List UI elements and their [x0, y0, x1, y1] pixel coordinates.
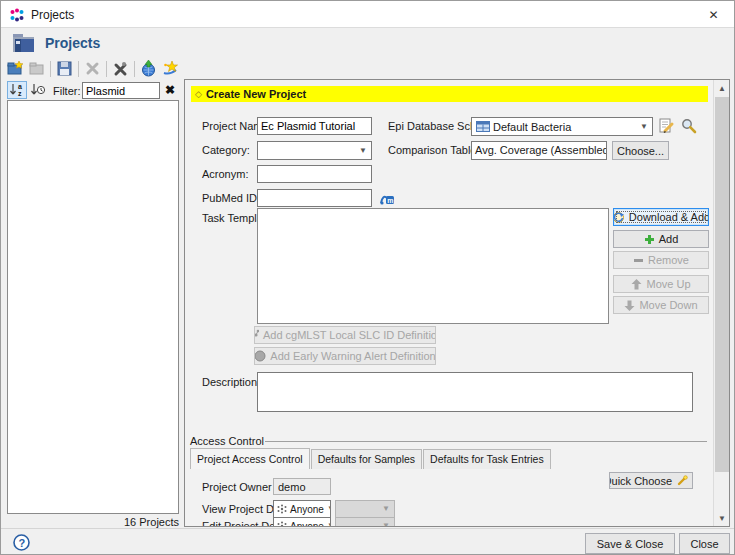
sort-alpha-icon: a z: [9, 83, 25, 97]
choose-fields-button[interactable]: Choose...: [612, 141, 669, 160]
save-close-button[interactable]: Save & Close: [585, 533, 675, 554]
svg-text:a: a: [18, 83, 22, 90]
epi-scheme-value: Default Bacteria: [493, 121, 571, 133]
svg-text:m: m: [387, 197, 393, 204]
edit-definition-secondary-select[interactable]: ▼: [335, 517, 395, 527]
tab-defaults-for-task-entries[interactable]: Defaults for Task Entries: [423, 449, 551, 469]
people-icon: [277, 504, 287, 514]
scroll-up-icon[interactable]: ▲: [714, 80, 730, 96]
project-owner-value: demo: [273, 478, 331, 495]
scroll-down-icon[interactable]: ▼: [714, 510, 730, 526]
svg-text:?: ?: [19, 537, 26, 549]
filter-label: Filter:: [53, 85, 81, 97]
import-button[interactable]: [140, 60, 157, 77]
cluster-icon: [254, 329, 259, 341]
chevron-down-icon: ▼: [692, 477, 693, 484]
view-definition-secondary-select[interactable]: ▼: [335, 500, 395, 518]
view-definition-select[interactable]: Anyone ▼: [273, 500, 331, 518]
filter-input[interactable]: [82, 82, 160, 99]
svg-text:z: z: [18, 90, 22, 97]
chevron-down-icon: ▼: [327, 505, 331, 513]
pubmed-label: PubMed ID:: [202, 192, 260, 204]
category-label: Category:: [202, 144, 250, 156]
chevron-down-icon: ▼: [327, 522, 331, 527]
description-label: Description:: [202, 376, 260, 388]
new-project-button[interactable]: [7, 60, 24, 77]
diamond-icon: ◇: [195, 89, 202, 99]
clear-filter-icon[interactable]: ✖: [165, 83, 175, 97]
projects-count: 16 Projects: [7, 516, 179, 528]
project-owner-label: Project Owner :: [202, 481, 278, 493]
remove-button[interactable]: Remove: [613, 251, 709, 269]
save-button[interactable]: [56, 60, 73, 77]
page-title: Projects: [45, 35, 100, 51]
scheme-grid-icon: [476, 121, 490, 132]
move-down-button[interactable]: Move Down: [613, 296, 709, 314]
sort-time-toggle[interactable]: [28, 81, 48, 99]
banner-title: Create New Project: [206, 88, 306, 100]
search-scheme-icon[interactable]: [681, 118, 697, 134]
footer: ? Save & Close Close: [1, 528, 735, 555]
epi-scheme-select[interactable]: Default Bacteria ▼: [471, 117, 653, 136]
create-project-panel: ◇ Create New Project Project Name: Epi D…: [184, 79, 730, 527]
access-control-tabs: Project Access Control Defaults for Samp…: [190, 448, 552, 469]
help-icon[interactable]: ?: [13, 534, 30, 551]
comparison-fields-value: Avg. Coverage (Assembled), Approximate: [471, 141, 607, 160]
edit-definition-select[interactable]: Anyone ▼: [273, 517, 331, 527]
sort-time-icon: [30, 83, 46, 97]
edit-scheme-icon[interactable]: [659, 118, 675, 134]
projects-list[interactable]: [7, 100, 179, 514]
projects-window: Projects ✕ Projects: [0, 0, 735, 555]
chevron-down-icon: ▼: [382, 522, 390, 527]
acronym-input[interactable]: [257, 165, 372, 183]
people-icon: [277, 521, 287, 527]
plus-icon: [644, 234, 655, 245]
pubmed-icon[interactable]: m: [379, 190, 395, 206]
add-cgmlst-definition-button[interactable]: Add cgMLST Local SLC ID Definition: [254, 326, 436, 344]
wand-icon: [676, 475, 688, 487]
toolbar: [1, 59, 735, 79]
project-name-input[interactable]: [257, 117, 372, 135]
section-banner: ◇ Create New Project: [191, 86, 708, 102]
chevron-down-icon: ▼: [382, 505, 390, 513]
tab-defaults-for-samples[interactable]: Defaults for Samples: [311, 449, 422, 469]
vertical-scrollbar[interactable]: ▲ ▼: [713, 80, 729, 526]
quick-choose-button[interactable]: Quick Choose ▼: [609, 472, 693, 489]
window-close-button[interactable]: ✕: [691, 1, 735, 28]
tab-project-access-control[interactable]: Project Access Control: [190, 448, 310, 469]
download-add-button[interactable]: Download & Add: [613, 208, 709, 226]
move-up-button[interactable]: Move Up: [613, 275, 709, 293]
acronym-label: Acronym:: [202, 168, 248, 180]
projects-folder-icon: [11, 31, 37, 55]
minus-icon: [633, 255, 644, 266]
arrow-up-icon: [631, 279, 642, 290]
app-icon: [9, 7, 25, 23]
delete-button[interactable]: [84, 60, 101, 77]
wizard-button[interactable]: [162, 60, 179, 77]
chevron-down-icon: ▼: [640, 123, 648, 131]
chevron-down-icon: ▼: [359, 147, 367, 155]
header: Projects: [1, 29, 735, 59]
category-select[interactable]: ▼: [257, 141, 372, 160]
task-templates-list[interactable]: [257, 208, 609, 324]
titlebar: Projects ✕: [1, 1, 735, 28]
sort-alpha-toggle[interactable]: a z: [7, 81, 27, 99]
arrow-down-icon: [624, 300, 635, 311]
copy-project-button[interactable]: [28, 60, 45, 77]
force-delete-button[interactable]: [112, 60, 129, 77]
access-control-group-label: Access Control: [190, 435, 264, 447]
close-button[interactable]: Close: [679, 533, 730, 554]
add-early-warning-definition-button[interactable]: Add Early Warning Alert Definition: [254, 347, 436, 365]
download-icon: [613, 211, 625, 224]
description-textarea[interactable]: [257, 372, 693, 412]
group-divider: [265, 441, 707, 442]
add-button[interactable]: Add: [613, 230, 709, 248]
close-icon: ✕: [708, 8, 718, 22]
alert-icon: [254, 350, 266, 362]
scrollbar-thumb[interactable]: [715, 97, 729, 472]
window-title: Projects: [31, 8, 74, 22]
pubmed-input[interactable]: [257, 189, 372, 207]
